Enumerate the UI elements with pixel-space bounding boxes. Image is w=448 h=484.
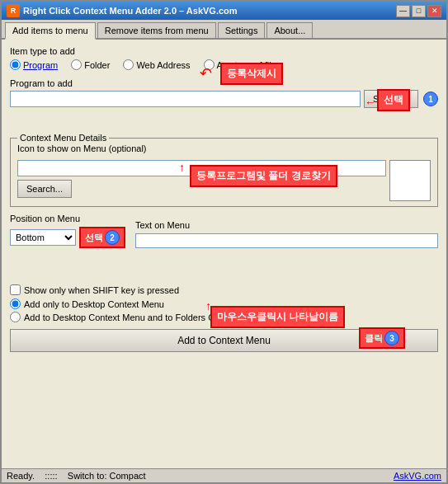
arrow-left-icon: ←	[365, 96, 376, 109]
program-input[interactable]	[10, 91, 361, 107]
annotation-click: 클릭3	[359, 327, 405, 349]
annotation-select-type: 선택	[377, 89, 410, 111]
text-on-menu-input[interactable]	[135, 233, 438, 248]
main-content: 등록삭제시 ↷ 선택 ← Item type to add Program Fo…	[2, 40, 446, 468]
shift-label: Show only when SHIFT key is pressed	[24, 285, 179, 295]
icon-search-button[interactable]: Search...	[17, 180, 72, 198]
add-btn-container: Add to Context Menu 클릭3	[10, 329, 438, 355]
context-menu-group-title: Context Menu Details	[17, 133, 109, 143]
shift-checkbox[interactable]	[10, 284, 21, 295]
title-bar: R Right Click Context Menu Adder 2.0 – A…	[2, 2, 446, 20]
icon-preview-box	[389, 160, 431, 201]
annotation-mouse: 마우스우클릭시 나타날이름	[210, 306, 345, 328]
main-window: R Right Click Context Menu Adder 2.0 – A…	[0, 0, 448, 484]
app-icon: R	[7, 4, 20, 17]
shift-checkbox-row: Show only when SHIFT key is pressed	[10, 284, 438, 295]
position-select[interactable]: Bottom Top	[10, 229, 76, 246]
radio-program[interactable]: Program	[10, 59, 58, 70]
position-text-row: Position on Menu Bottom Top 선택2 Text on …	[10, 214, 438, 248]
annotation-delete: 등록삭제시	[220, 63, 283, 85]
tab-settings[interactable]: Settings	[218, 22, 266, 38]
tab-remove-items[interactable]: Remove items from menu	[97, 22, 216, 38]
circle-1: 1	[423, 92, 438, 106]
window-title: Right Click Context Menu Adder 2.0 – Ask…	[23, 6, 238, 16]
title-buttons: — □ ✕	[396, 5, 441, 17]
status-bar: Ready. ::::: Switch to: Compact AskVG.co…	[2, 468, 446, 482]
minimize-button[interactable]: —	[396, 5, 410, 17]
item-type-label: Item type to add	[10, 46, 438, 56]
position-col: Position on Menu Bottom Top 선택2	[10, 214, 125, 248]
radio-folder[interactable]: Folder	[71, 59, 110, 70]
status-text: Ready. ::::: Switch to: Compact	[7, 471, 146, 481]
arrow-up2-icon: ↑	[205, 299, 211, 312]
radio-web[interactable]: Web Address	[123, 59, 190, 70]
text-label: Text on Menu	[135, 220, 438, 230]
radio-folder-label: Folder	[84, 60, 110, 70]
annotation-path: 등록프로그램및 폴더 경로찾기	[190, 165, 337, 187]
tab-about[interactable]: About...	[266, 22, 313, 38]
radio-web-label: Web Address	[136, 60, 190, 70]
position-label: Position on Menu	[10, 214, 125, 223]
tab-add-items[interactable]: Add items to menu	[5, 22, 96, 40]
annotation-select-pos: 선택2	[79, 227, 125, 248]
tab-bar: Add items to menu Remove items from menu…	[2, 20, 446, 40]
arrow-icon: ↷	[200, 64, 212, 82]
radio-desktop-only-label: Add only to Desktop Context Menu	[24, 299, 164, 309]
radio-program-label: Program	[23, 60, 58, 70]
arrow-up-icon: ↑	[179, 161, 185, 174]
icon-label: Icon to show on Menu (optional)	[17, 143, 431, 153]
text-col: Text on Menu	[135, 220, 438, 248]
close-button[interactable]: ✕	[427, 5, 441, 17]
maximize-button[interactable]: □	[412, 5, 426, 17]
title-bar-left: R Right Click Context Menu Adder 2.0 – A…	[7, 4, 238, 17]
site-link[interactable]: AskVG.com	[394, 471, 441, 481]
